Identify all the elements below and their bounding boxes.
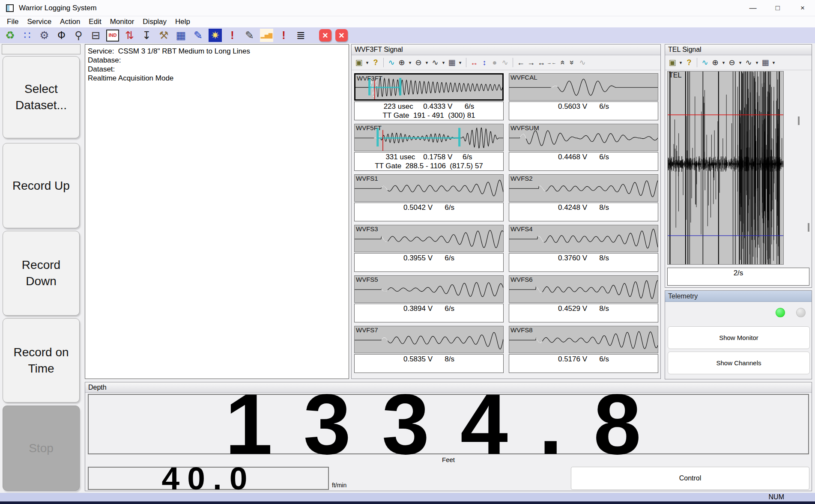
menu-file[interactable]: File: [3, 18, 23, 26]
minimize-button[interactable]: —: [740, 0, 765, 16]
zoom-in-icon[interactable]: ⊕: [711, 57, 720, 68]
menu-action[interactable]: Action: [56, 18, 84, 26]
dropdown-icon[interactable]: ▾: [721, 57, 726, 68]
statusbar: NUM: [0, 493, 815, 501]
waveform-display-wvfs1[interactable]: WVFS1: [354, 174, 504, 202]
waveform-trace-label: WVFS5: [356, 276, 378, 283]
wvf3ft-panel-title: WVF3FT Signal: [352, 45, 660, 55]
tel-scroll-marker-bottom[interactable]: [808, 223, 809, 232]
tel-scroll-marker-top[interactable]: [798, 116, 800, 125]
waveform-display-wvfs5[interactable]: WVFS5: [354, 275, 504, 303]
zoom-in-icon[interactable]: ⊕: [397, 57, 406, 68]
compress-icon[interactable]: →←: [547, 57, 556, 68]
help-icon[interactable]: ?: [371, 57, 380, 68]
tel-waveform-display[interactable]: TEL: [667, 71, 784, 265]
telemetry-panel-title: Telemetry: [665, 291, 812, 302]
waveform-display-wvf3ft[interactable]: WVF3FT: [354, 73, 504, 101]
waveform-display-wvfs3[interactable]: WVFS3: [354, 225, 504, 252]
main-toolbar: ♻∷⚙Ф⚲⊟IND⇅↧⚒▦✎✷!✎▂▅▇!≣××: [0, 27, 815, 43]
rescale-icon[interactable]: ∿: [387, 57, 396, 68]
page-up-icon[interactable]: »: [557, 58, 567, 67]
waveform-display-wvfs7[interactable]: WVFS7: [354, 326, 504, 353]
menu-display[interactable]: Display: [138, 18, 171, 26]
dropdown-icon[interactable]: ▾: [441, 57, 446, 68]
marker-disabled-icon[interactable]: ●: [490, 57, 499, 68]
telemetry-button-show-channels[interactable]: Show Channels: [668, 352, 810, 374]
waveform-display-wvfs6[interactable]: WVFS6: [509, 275, 658, 303]
grid-layout-icon[interactable]: ▦: [447, 57, 457, 68]
dropdown-icon[interactable]: ▾: [364, 57, 370, 68]
temperature-icon[interactable]: !: [226, 29, 239, 42]
sidebar-button-stop[interactable]: Stop: [3, 406, 80, 491]
power-icon[interactable]: Ф: [55, 29, 68, 42]
thermometer-icon[interactable]: !: [277, 29, 290, 42]
page-down-icon[interactable]: »: [567, 58, 577, 67]
dropdown-icon[interactable]: ▾: [424, 57, 430, 68]
sidebar-button-select-dataset[interactable]: Select Dataset...: [3, 56, 80, 138]
grid-layout-icon[interactable]: ▦: [761, 57, 770, 68]
toolbar-separator: [697, 58, 697, 67]
export-view-icon[interactable]: ▣: [668, 57, 677, 68]
tt-gate-icon[interactable]: ↔: [469, 57, 479, 68]
line-speed-unit-label: ft/min: [332, 482, 346, 489]
wave-mode-icon[interactable]: ∿: [430, 57, 440, 68]
menu-service[interactable]: Service: [23, 18, 56, 26]
depth-control-button[interactable]: Control: [571, 467, 809, 490]
dropdown-icon[interactable]: ▾: [754, 57, 760, 68]
menu-help[interactable]: Help: [171, 18, 194, 26]
waveform-display-wvfs4[interactable]: WVFS4: [509, 225, 658, 252]
shift-right-icon[interactable]: →: [526, 57, 536, 68]
dropdown-icon[interactable]: ▾: [457, 57, 463, 68]
amplitude-gate-icon[interactable]: ↕: [480, 57, 489, 68]
waveform-cell-wvfcal: WVFCAL0.5603 V 6/s: [509, 73, 658, 120]
export-view-icon[interactable]: ▣: [354, 57, 364, 68]
zoom-out-icon[interactable]: ⊖: [414, 57, 423, 68]
waveform-value-line: 0.3955 V 6/s: [355, 253, 503, 262]
log-edit-icon[interactable]: ✎: [243, 29, 256, 42]
wave-disabled2-icon[interactable]: ∿: [578, 57, 587, 68]
dropdown-icon[interactable]: ▾: [678, 57, 684, 68]
rescale-icon[interactable]: ∿: [700, 57, 710, 68]
zoom-out-icon[interactable]: ⊖: [727, 57, 737, 68]
wvf3ft-signal-panel: WVF3FT Signal ▣▾?∿⊕▾⊖▾∿▾▦▾↔↕●∿←→↔→←»»∿ W…: [351, 44, 661, 379]
waveform-display-wvfs2[interactable]: WVFS2: [509, 174, 658, 202]
close-window-icon[interactable]: ×: [335, 29, 348, 42]
calibration-tools-icon[interactable]: ⚒: [157, 29, 170, 42]
wave-mode-icon[interactable]: ∿: [744, 57, 753, 68]
waveform-display-wvfcal[interactable]: WVFCAL: [509, 73, 658, 101]
device-panel-icon[interactable]: ∷: [21, 29, 34, 42]
waveform-display-wvf5ft[interactable]: WVF5FT: [354, 124, 504, 151]
plot-edit-icon[interactable]: ✎: [191, 29, 205, 42]
shift-left-icon[interactable]: ←: [516, 57, 525, 68]
histogram-icon[interactable]: ▂▅▇: [260, 29, 273, 42]
service-manager-icon[interactable]: ♻: [3, 29, 17, 42]
acquisition-settings-icon[interactable]: ⚙: [38, 29, 51, 42]
sidebar-button-record-up[interactable]: Record Up: [3, 143, 80, 228]
waveform-display-wvfsum[interactable]: WVFSUM: [509, 124, 658, 151]
wave-disabled-icon[interactable]: ∿: [500, 57, 510, 68]
close-button[interactable]: ×: [790, 0, 815, 16]
telemetry-button-show-monitor[interactable]: Show Monitor: [668, 326, 810, 349]
dropdown-icon[interactable]: ▾: [737, 57, 743, 68]
menu-monitor[interactable]: Monitor: [106, 18, 139, 26]
database-search-icon[interactable]: ⚲: [72, 29, 85, 42]
help-icon[interactable]: ?: [684, 57, 694, 68]
log-format-icon[interactable]: ▦: [174, 29, 188, 42]
sidebar-button-record-down[interactable]: Record Down: [3, 231, 80, 316]
menu-edit[interactable]: Edit: [84, 18, 105, 26]
print-log-icon[interactable]: ⊟: [89, 29, 102, 42]
dropdown-icon[interactable]: ▾: [407, 57, 413, 68]
waveform-value-line: 0.4248 V 8/s: [509, 203, 658, 212]
waveform-display-wvfs8[interactable]: WVFS8: [509, 326, 658, 353]
expand-icon[interactable]: ↔: [537, 57, 546, 68]
sidebar-button-label: Record Down: [3, 257, 79, 289]
tool-string-icon[interactable]: ↧: [140, 29, 153, 42]
sidebar-button-record-on-time[interactable]: Record on Time: [3, 318, 80, 403]
night-plot-icon[interactable]: ✷: [209, 29, 222, 42]
maximize-button[interactable]: □: [765, 0, 790, 16]
dropdown-icon[interactable]: ▾: [771, 57, 776, 68]
log-list-icon[interactable]: ≣: [294, 29, 307, 42]
depth-curves-icon[interactable]: ⇅: [123, 29, 136, 42]
ind-depth-icon[interactable]: IND: [106, 30, 119, 42]
close-acquisition-icon[interactable]: ×: [319, 29, 331, 42]
